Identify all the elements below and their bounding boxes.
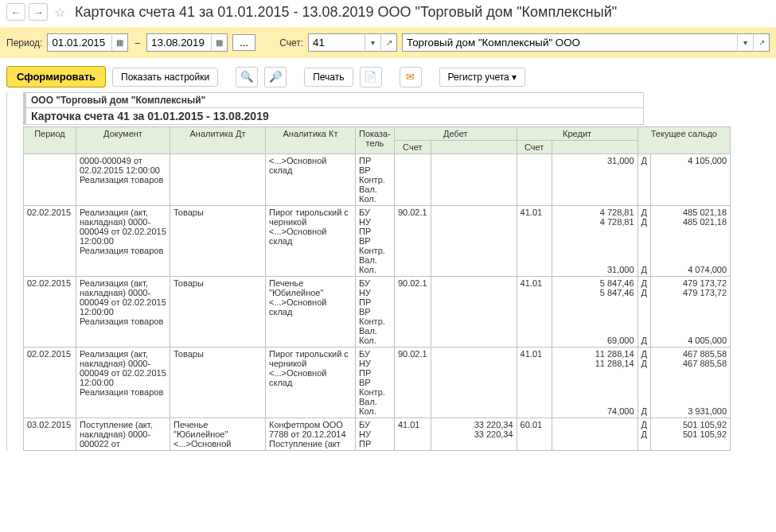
col-analytika-kt[interactable]: Аналитика Кт bbox=[266, 127, 356, 154]
forward-button[interactable]: → bbox=[29, 3, 48, 21]
register-button[interactable]: Регистр учета ▾ bbox=[439, 68, 526, 87]
col-document[interactable]: Документ bbox=[76, 127, 170, 154]
cell-anakt: <...>Основной склад bbox=[266, 154, 356, 206]
cell-c_amt: 31,000 bbox=[552, 154, 638, 206]
table-row[interactable]: 0000-000049 от 02.02.2015 12:00:00 Реали… bbox=[24, 154, 731, 206]
cell-c_amt bbox=[552, 418, 638, 451]
open-icon[interactable]: ↗ bbox=[753, 34, 769, 50]
cell-flag: Д Д bbox=[638, 418, 650, 451]
report-title: Карточка счета 41 за 01.01.2015 - 13.08.… bbox=[23, 108, 644, 125]
cell-period: 02.02.2015 bbox=[24, 206, 76, 277]
cell-d_amt bbox=[431, 206, 517, 277]
cell-pokaz: ПР ВР Контр. Вал. Кол. bbox=[356, 154, 395, 206]
cell-doc: Реализация (акт, накладная) 0000-000049 … bbox=[76, 206, 170, 277]
find-reset-icon[interactable]: 🔎 bbox=[264, 67, 287, 87]
back-button[interactable]: ← bbox=[6, 3, 25, 21]
period-label: Период: bbox=[6, 37, 42, 49]
col-analytika-dt[interactable]: Аналитика Дт bbox=[170, 127, 266, 154]
cell-c_amt: 11 288,14 11 288,14 74,000 bbox=[552, 348, 638, 418]
cell-anadt: Товары bbox=[170, 348, 266, 418]
cell-saldo: 479 173,72 479 173,72 4 005,000 bbox=[651, 277, 731, 348]
cell-doc: Реализация (акт, накладная) 0000-000049 … bbox=[76, 277, 170, 348]
calendar-icon[interactable]: ▦ bbox=[111, 35, 127, 51]
email-icon[interactable]: ✉ bbox=[400, 67, 422, 87]
col-pokaz[interactable]: Показа- тель bbox=[356, 127, 395, 154]
cell-period: 03.02.2015 bbox=[24, 418, 76, 451]
cell-d_amt bbox=[431, 277, 517, 348]
cell-d_acct: 90.02.1 bbox=[394, 206, 431, 277]
report-table: Период Документ Аналитика Дт Аналитика К… bbox=[23, 126, 731, 451]
cell-doc: Поступление (акт, накладная) 0000-000022… bbox=[76, 418, 170, 451]
cell-anadt: Товары bbox=[170, 277, 266, 348]
toolbar: Сформировать Показать настройки 🔍 🔎 Печа… bbox=[0, 61, 776, 92]
chevron-down-icon[interactable]: ▾ bbox=[737, 34, 753, 50]
col-credit-acct[interactable]: Счет bbox=[517, 141, 552, 154]
account-label: Счет: bbox=[279, 37, 303, 49]
cell-period bbox=[24, 154, 76, 206]
show-settings-button[interactable]: Показать настройки bbox=[112, 68, 218, 87]
cell-c_acct bbox=[517, 154, 552, 206]
dash: – bbox=[133, 37, 142, 49]
cell-flag: Д Д Д bbox=[638, 348, 650, 418]
cell-c_amt: 5 847,46 5 847,46 69,000 bbox=[552, 277, 638, 348]
date-from-input[interactable] bbox=[48, 34, 111, 51]
table-row[interactable]: 02.02.2015Реализация (акт, накладная) 00… bbox=[24, 277, 731, 348]
cell-anadt bbox=[170, 154, 266, 206]
cell-saldo: 4 105,000 bbox=[651, 154, 731, 206]
table-row[interactable]: 02.02.2015Реализация (акт, накладная) 00… bbox=[24, 206, 731, 277]
col-saldo[interactable]: Текущее сальдо bbox=[638, 127, 730, 154]
date-to-input[interactable] bbox=[147, 34, 211, 51]
cell-doc: 0000-000049 от 02.02.2015 12:00:00 Реали… bbox=[76, 154, 170, 206]
find-icon[interactable]: 🔍 bbox=[236, 67, 258, 87]
cell-pokaz: БУ НУ ПР ВР Контр. Вал. Кол. bbox=[356, 348, 395, 418]
open-icon[interactable]: ↗ bbox=[380, 34, 396, 50]
cell-c_acct: 60.01 bbox=[517, 418, 552, 451]
cell-saldo: 467 885,58 467 885,58 3 931,000 bbox=[651, 348, 731, 418]
cell-pokaz: БУ НУ ПР ВР Контр. Вал. Кол. bbox=[356, 277, 395, 348]
cell-anakt: Печенье "Юбилейное" <...>Основной склад bbox=[266, 277, 356, 348]
calendar-icon[interactable]: ▦ bbox=[211, 35, 227, 51]
cell-flag: Д bbox=[638, 154, 650, 206]
cell-anadt: Товары bbox=[170, 206, 266, 277]
page-title: Карточка счета 41 за 01.01.2015 - 13.08.… bbox=[75, 4, 617, 21]
cell-d_acct bbox=[394, 154, 431, 206]
cell-saldo: 485 021,18 485 021,18 4 074,000 bbox=[651, 206, 731, 277]
cell-c_acct: 41.01 bbox=[517, 206, 552, 277]
organization-input[interactable] bbox=[403, 34, 737, 51]
cell-period: 02.02.2015 bbox=[24, 348, 76, 418]
table-row[interactable]: 03.02.2015Поступление (акт, накладная) 0… bbox=[24, 418, 731, 451]
cell-flag: Д Д Д bbox=[638, 277, 650, 348]
save-icon[interactable]: 📄 bbox=[360, 67, 382, 87]
cell-c_acct: 41.01 bbox=[517, 348, 552, 418]
cell-pokaz: БУ НУ ПР ВР Контр. Вал. Кол. bbox=[356, 206, 395, 277]
cell-flag: Д Д Д bbox=[638, 206, 650, 277]
favorite-icon[interactable]: ☆ bbox=[54, 5, 65, 20]
cell-saldo: 501 105,92 501 105,92 bbox=[651, 418, 731, 451]
cell-pokaz: БУ НУ ПР bbox=[356, 418, 395, 451]
cell-anakt: Пирог тирольский с черникой <...>Основно… bbox=[266, 348, 356, 418]
cell-d_acct: 41.01 bbox=[394, 418, 431, 451]
print-button[interactable]: Печать bbox=[304, 68, 353, 87]
chevron-down-icon[interactable]: ▾ bbox=[365, 34, 380, 50]
cell-d_amt bbox=[431, 154, 517, 206]
cell-c_amt: 4 728,81 4 728,81 31,000 bbox=[552, 206, 638, 277]
col-debit-amt[interactable] bbox=[431, 141, 517, 154]
cell-period: 02.02.2015 bbox=[24, 277, 76, 348]
cell-c_acct: 41.01 bbox=[517, 277, 552, 348]
table-row[interactable]: 02.02.2015Реализация (акт, накладная) 00… bbox=[24, 348, 731, 418]
account-input[interactable] bbox=[309, 34, 365, 51]
col-debit[interactable]: Дебет bbox=[394, 127, 517, 141]
period-more-button[interactable]: ... bbox=[232, 34, 255, 51]
cell-anadt: Печенье "Юбилейное" <...>Основной bbox=[170, 418, 266, 451]
report-org: ООО "Торговый дом "Комплексный" bbox=[23, 92, 644, 108]
col-credit-amt[interactable] bbox=[552, 141, 638, 154]
cell-d_acct: 90.02.1 bbox=[394, 277, 431, 348]
cell-anakt: Пирог тирольский с черникой <...>Основно… bbox=[266, 206, 356, 277]
form-button[interactable]: Сформировать bbox=[6, 66, 106, 87]
col-period[interactable]: Период bbox=[24, 127, 76, 154]
col-debit-acct[interactable]: Счет bbox=[394, 141, 431, 154]
cell-d_amt: 33 220,34 33 220,34 bbox=[431, 418, 517, 451]
cell-d_acct: 90.02.1 bbox=[394, 348, 431, 418]
period-panel: Период: ▦ – ▦ ... Счет: ▾ ↗ ▾ ↗ bbox=[0, 27, 776, 58]
col-credit[interactable]: Кредит bbox=[517, 127, 638, 141]
